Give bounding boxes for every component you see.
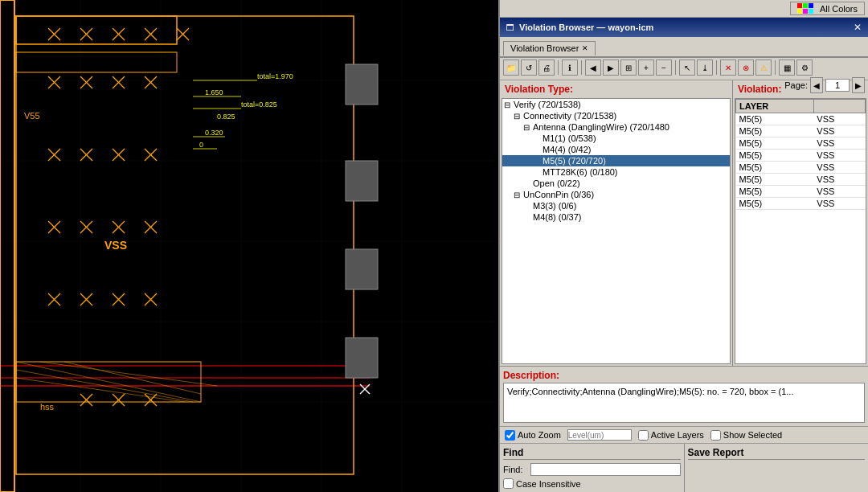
- tree-item-open[interactable]: Open (0/22): [502, 178, 730, 189]
- toolbar-separator-3: [675, 60, 676, 75]
- tree-item-m1[interactable]: M1(1) (0/538): [502, 133, 730, 144]
- tree-item-m4[interactable]: M4(4) (0/42): [502, 144, 730, 155]
- cell-net: VSS: [813, 162, 865, 174]
- find-section: Find Find: Case Insensitive: [500, 444, 685, 492]
- description-section: Description: Verify;Connectivity;Antenna…: [500, 366, 868, 426]
- settings-button[interactable]: ⚙: [796, 59, 813, 76]
- print-button[interactable]: 🖨: [538, 59, 555, 76]
- all-colors-label: All Colors: [820, 4, 858, 14]
- table-row[interactable]: M5(5) VSS: [736, 125, 866, 137]
- svg-rect-74: [346, 249, 378, 289]
- cell-layer: M5(5): [736, 174, 814, 186]
- save-report-title: Save Report: [688, 447, 866, 460]
- all-colors-button[interactable]: All Colors: [790, 2, 865, 15]
- active-layers-label: Active Layers: [651, 430, 704, 440]
- find-label: Find:: [503, 465, 527, 474]
- tree-toggle-mtt28k: [533, 168, 541, 177]
- violation-type-pane: Violation Type: ⊟ Verify (720/1538) ⊟ Co…: [500, 80, 733, 366]
- tree-item-unconnpin[interactable]: ⊟ UnConnPin (0/36): [502, 189, 730, 200]
- svg-text:0.825: 0.825: [217, 113, 235, 121]
- table-row[interactable]: M5(5) VSS: [736, 198, 866, 210]
- active-layers-checkbox[interactable]: [638, 430, 649, 441]
- show-selected-label: Show Selected: [723, 430, 782, 440]
- tree-label-m4b: M4(8) (0/37): [533, 212, 582, 222]
- tree-label-antenna: Antenna (DanglingWire) (720/1480: [533, 122, 669, 132]
- show-selected-checkbox[interactable]: [710, 430, 721, 441]
- find-input[interactable]: [530, 463, 681, 476]
- select-button[interactable]: ↖: [679, 59, 695, 76]
- auto-zoom-checkbox-item: Auto Zoom: [505, 430, 561, 441]
- open-button[interactable]: 📁: [503, 59, 519, 76]
- forward-button[interactable]: ▶: [603, 59, 619, 76]
- svg-text:hss: hss: [40, 402, 55, 412]
- cad-view: V55 VSS hss total=1.970 1.650 total=0.82…: [0, 0, 498, 492]
- col-layer[interactable]: LAYER: [736, 100, 814, 113]
- case-insensitive-checkbox[interactable]: [503, 478, 514, 489]
- cell-net: VSS: [813, 150, 865, 162]
- zoom-fit-button[interactable]: ⊞: [620, 59, 637, 76]
- cell-layer: M5(5): [736, 150, 814, 162]
- table-row[interactable]: M5(5) VSS: [736, 186, 866, 198]
- tree-item-mtt28k[interactable]: MTT28K(6) (0/180): [502, 166, 730, 178]
- zoom-in-button[interactable]: +: [638, 59, 654, 76]
- tree-toggle-open: [523, 179, 531, 188]
- tree-toggle-antenna[interactable]: ⊟: [523, 123, 531, 132]
- level-input[interactable]: [567, 429, 632, 441]
- warning-button[interactable]: ⚠: [755, 59, 772, 76]
- back-button[interactable]: ◀: [585, 59, 601, 76]
- auto-zoom-label: Auto Zoom: [518, 430, 561, 440]
- error-icon-button[interactable]: ⊗: [738, 59, 754, 76]
- tree-item-connectivity[interactable]: ⊟ Connectivity (720/1538): [502, 110, 730, 121]
- violation-label: Violation:: [733, 80, 868, 96]
- case-insensitive-label: Case Insensitive: [516, 479, 581, 489]
- col-net[interactable]: [813, 100, 865, 113]
- tree-label-mtt28k: MTT28K(6) (0/180): [542, 167, 618, 177]
- svg-text:VSS: VSS: [104, 239, 127, 252]
- auto-zoom-checkbox[interactable]: [505, 430, 515, 441]
- color-grid-icon: [797, 3, 813, 14]
- tree-item-m3[interactable]: M3(3) (0/6): [502, 200, 730, 211]
- info-button[interactable]: ℹ: [562, 59, 578, 76]
- tree-toggle-verify[interactable]: ⊟: [504, 100, 512, 109]
- tree-toggle-unconnpin[interactable]: ⊟: [514, 191, 522, 199]
- svg-text:V55: V55: [24, 111, 40, 121]
- tab-close-icon[interactable]: ✕: [582, 44, 588, 52]
- cell-layer: M5(5): [736, 186, 814, 198]
- right-panel: All Colors 🗖 Violation Browser — wayon-i…: [498, 0, 868, 492]
- table-row[interactable]: M5(5) VSS: [736, 150, 866, 162]
- tree-item-antenna[interactable]: ⊟ Antenna (DanglingWire) (720/1480: [502, 121, 730, 133]
- close-button[interactable]: ✕: [854, 22, 862, 33]
- svg-text:total=0.825: total=0.825: [241, 100, 277, 109]
- tree-item-m5[interactable]: M5(5) (720/720): [502, 155, 730, 166]
- svg-text:0.320: 0.320: [205, 129, 223, 137]
- tab-label: Violation Browser: [510, 43, 579, 53]
- tab-bar: Violation Browser ✕: [500, 37, 868, 58]
- layout-button[interactable]: ▦: [779, 59, 795, 76]
- table-row[interactable]: M5(5) VSS: [736, 137, 866, 150]
- table-row[interactable]: M5(5) VSS: [736, 113, 866, 125]
- table-row[interactable]: M5(5) VSS: [736, 162, 866, 174]
- zoom-out-button[interactable]: −: [656, 59, 672, 76]
- tree-label-m1: M1(1) (0/538): [542, 133, 596, 143]
- violation-table-container[interactable]: LAYER M5(5) VSS M5(5) VSS: [735, 98, 866, 364]
- tree-label-m5: M5(5) (720/720): [542, 156, 606, 166]
- tree-item-m4b[interactable]: M4(8) (0/37): [502, 211, 730, 223]
- main-content: Violation Type: ⊟ Verify (720/1538) ⊟ Co…: [500, 80, 868, 366]
- tree-label-verify: Verify (720/1538): [514, 100, 581, 109]
- toolbar-separator-2: [581, 60, 582, 75]
- tree-toggle-connectivity[interactable]: ⊟: [514, 112, 522, 121]
- delete-button[interactable]: ✕: [720, 59, 736, 76]
- tree-item-verify[interactable]: ⊟ Verify (720/1538): [502, 99, 730, 110]
- table-row[interactable]: M5(5) VSS: [736, 174, 866, 186]
- violation-type-tree[interactable]: ⊟ Verify (720/1538) ⊟ Connectivity (720/…: [502, 98, 731, 364]
- refresh-button[interactable]: ↺: [521, 59, 537, 76]
- description-label: Description:: [503, 370, 865, 381]
- cell-net: VSS: [813, 198, 865, 210]
- violation-browser-tab[interactable]: Violation Browser ✕: [503, 41, 596, 56]
- export-button[interactable]: ⤓: [697, 59, 713, 76]
- toolbar-separator-4: [716, 60, 717, 75]
- svg-rect-72: [346, 64, 378, 105]
- tree-toggle-m3: [523, 202, 531, 211]
- tree-toggle-m4b: [523, 213, 531, 222]
- violation-pane: Violation: LAYER M5(5) VSS: [733, 80, 868, 366]
